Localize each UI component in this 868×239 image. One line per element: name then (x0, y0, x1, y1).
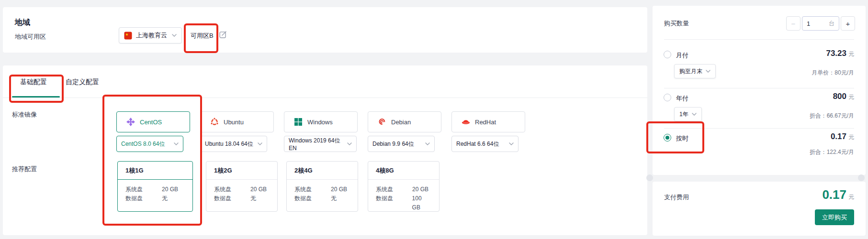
preset-name: 1核1G (118, 162, 192, 180)
chevron-down-icon (706, 70, 710, 73)
period-value: 购至月末 (679, 67, 702, 76)
region-select-value: 上海教育云 (136, 31, 167, 40)
os-option-ubuntu[interactable]: Ubuntu (200, 111, 274, 132)
disk-label: 系统盘 (294, 185, 322, 194)
redhat-version-select[interactable]: RedHat 6.6 64位 (451, 136, 519, 152)
disk-label: 数据盘 (125, 194, 153, 203)
recommended-config-label: 推荐配置 (12, 165, 37, 174)
ubuntu-version-select[interactable]: Ubuntu 18.04 64位 (200, 136, 267, 152)
panel-divider (664, 39, 854, 40)
buy-now-button[interactable]: 立即购买 (815, 209, 854, 225)
preset-4c8g[interactable]: 4核8G 系统盘20 GB 数据盘100 GB (368, 161, 440, 212)
debian-icon (378, 118, 386, 126)
windows-icon (294, 118, 303, 126)
os-option-debian[interactable]: Debian (368, 111, 441, 132)
ubuntu-icon (210, 118, 219, 126)
panel-divider (664, 128, 854, 129)
quantity-unit: 台 (829, 20, 834, 28)
disk-value: 20 GB (162, 185, 178, 194)
chevron-down-icon (347, 142, 352, 145)
disk-label: 数据盘 (214, 194, 242, 203)
quantity-input-box: 台 (802, 16, 839, 31)
quantity-plus-button[interactable]: + (841, 16, 855, 31)
os-version-value: RedHat 6.6 64位 (456, 140, 499, 148)
quantity-label: 购买数量 (664, 19, 689, 28)
currency-label: 元 (848, 93, 854, 101)
os-version-value: Windows 2019 64位 EN (289, 137, 347, 152)
yearly-period-select[interactable]: 1年 (674, 107, 702, 121)
chevron-down-icon (172, 34, 177, 37)
yearly-price: 800 (833, 92, 846, 101)
tab-basic-config[interactable]: 基础配置 (20, 78, 47, 87)
preset-name: 1核2G (206, 162, 277, 180)
windows-version-select[interactable]: Windows 2019 64位 EN (284, 136, 357, 152)
monthly-period-select[interactable]: 购至月末 (674, 64, 716, 78)
payment-label: 支付费用 (664, 193, 689, 202)
yearly-plan-label: 年付 (676, 94, 688, 103)
yearly-converted-note: 折合：66.67元/月 (810, 112, 854, 120)
preset-2c4g[interactable]: 2核4G 系统盘20 GB 数据盘无 (286, 161, 358, 212)
hourly-price: 0.17 (831, 132, 846, 141)
os-name: Ubuntu (224, 119, 244, 126)
hourly-converted-note: 折合：122.4元/月 (810, 148, 854, 156)
disk-value: 无 (331, 194, 337, 203)
region-select[interactable]: 上海教育云 (119, 27, 182, 43)
preset-name: 2核4G (287, 162, 358, 180)
disk-label: 系统盘 (214, 185, 242, 194)
region-title: 地域 (15, 18, 30, 28)
disk-value: 100 GB (412, 194, 431, 212)
os-version-value: CentOS 8.0 64位 (121, 140, 165, 148)
availability-zone[interactable]: 可用区B (191, 32, 214, 40)
chevron-down-icon (174, 142, 179, 145)
monthly-plan-label: 月付 (676, 51, 688, 60)
centos-icon (126, 118, 135, 126)
os-option-windows[interactable]: Windows (284, 111, 358, 132)
os-name: Windows (307, 119, 333, 126)
os-version-value: Ubuntu 18.04 64位 (205, 140, 253, 148)
panel-notch-right (858, 174, 865, 181)
os-name: RedHat (475, 119, 496, 126)
monthly-unit-price-note: 月单价：80元/月 (812, 69, 854, 77)
tab-custom-config[interactable]: 自定义配置 (66, 78, 99, 87)
tabs-divider (3, 98, 647, 98)
chevron-down-icon (425, 142, 430, 145)
os-option-redhat[interactable]: RedHat (451, 111, 525, 132)
region-zone-label: 地域可用区 (15, 33, 46, 41)
edit-icon[interactable] (219, 31, 227, 38)
active-tab-underline (12, 96, 60, 98)
disk-value: 20 GB (331, 185, 347, 194)
china-flag-icon (124, 32, 132, 40)
preset-1c1g[interactable]: 1核1G 系统盘20 GB 数据盘无 (117, 161, 193, 212)
disk-value: 20 GB (412, 185, 428, 194)
chevron-down-icon (692, 113, 697, 116)
region-card: 地域 地域可用区 (3, 7, 647, 53)
chevron-down-icon (258, 142, 262, 145)
quantity-input[interactable] (807, 20, 821, 27)
yearly-radio[interactable] (664, 94, 671, 101)
redhat-icon (462, 118, 470, 126)
disk-value: 20 GB (250, 185, 267, 194)
currency-label: 元 (848, 133, 854, 141)
os-name: CentOS (140, 119, 162, 126)
disk-label: 数据盘 (376, 194, 404, 212)
hourly-radio[interactable] (664, 134, 671, 141)
preset-name: 4核8G (368, 162, 439, 180)
currency-label: 元 (848, 193, 854, 201)
monthly-radio[interactable] (664, 51, 671, 58)
standard-image-label: 标准镜像 (12, 110, 37, 119)
quantity-stepper: − 台 + (786, 16, 855, 31)
centos-version-select[interactable]: CentOS 8.0 64位 (116, 136, 183, 152)
preset-1c2g[interactable]: 1核2G 系统盘20 GB 数据盘无 (206, 161, 278, 212)
panel-divider (664, 88, 854, 88)
disk-label: 系统盘 (376, 185, 404, 194)
chevron-down-icon (509, 142, 514, 145)
monthly-price: 73.23 (826, 49, 846, 58)
currency-label: 元 (848, 50, 854, 58)
os-option-centos[interactable]: CentOS (116, 111, 190, 132)
debian-version-select[interactable]: Debian 9.9 64位 (368, 136, 435, 152)
quantity-minus-button[interactable]: − (786, 16, 800, 31)
hourly-plan-label: 按时 (676, 134, 688, 143)
os-name: Debian (391, 119, 411, 126)
payment-amount: 0.17 (822, 187, 846, 202)
disk-value: 无 (162, 194, 168, 203)
